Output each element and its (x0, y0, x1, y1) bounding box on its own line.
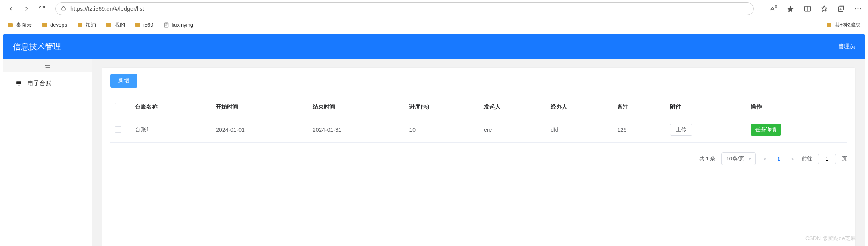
page-suffix: 页 (842, 155, 847, 162)
row-checkbox[interactable] (115, 126, 121, 133)
sidebar-item-ledger[interactable]: 电子台账 (3, 72, 92, 95)
cell-progress: 10 (404, 117, 479, 143)
add-button[interactable]: 新增 (110, 74, 137, 88)
refresh-button[interactable] (36, 3, 47, 14)
col-attachment: 附件 (665, 96, 746, 117)
monitor-icon (15, 80, 23, 86)
lock-icon (61, 6, 66, 12)
back-button[interactable] (6, 3, 17, 14)
cell-remark: 126 (612, 117, 665, 143)
pagination: 共 1 条 10条/页 < 1 > 前往 页 (110, 152, 847, 165)
address-bar[interactable]: https://tz.i569.cn/#/ledger/list (55, 2, 754, 15)
content-card: 新增 台账名称 开始时间 结束时间 进度(%) 发起人 经办人 备注 附件 操作 (102, 68, 855, 246)
prev-page-button[interactable]: < (762, 154, 770, 164)
task-detail-button[interactable]: 任务详情 (751, 124, 781, 136)
cell-end: 2024-01-31 (308, 117, 405, 143)
svg-point-4 (858, 8, 859, 10)
main-content: 新增 台账名称 开始时间 结束时间 进度(%) 发起人 经办人 备注 附件 操作 (92, 59, 865, 246)
svg-point-3 (855, 8, 856, 10)
sidebar-item-label: 电子台账 (27, 80, 51, 87)
upload-button[interactable]: 上传 (670, 124, 692, 136)
svg-rect-8 (18, 85, 20, 85)
forward-button[interactable] (21, 3, 32, 14)
bookmark-page[interactable]: liuxinying (163, 22, 193, 28)
col-name: 台账名称 (130, 96, 211, 117)
cell-handler: dfd (546, 117, 612, 143)
sidebar: 电子台账 (3, 59, 92, 246)
watermark: CSDN @蹦跶de芝麻 (805, 235, 856, 242)
app-body: 电子台账 新增 台账名称 开始时间 结束时间 进度(%) 发起人 经办人 备注 (3, 59, 865, 246)
col-remark: 备注 (612, 96, 665, 117)
app-title: 信息技术管理 (13, 41, 61, 52)
next-page-button[interactable]: > (788, 154, 796, 164)
col-action: 操作 (746, 96, 847, 117)
svg-rect-6 (164, 23, 168, 27)
browser-right-icons: )) (769, 4, 862, 13)
bookmark-folder[interactable]: 我的 (106, 21, 125, 29)
split-screen-icon[interactable] (803, 4, 812, 13)
col-start: 开始时间 (211, 96, 308, 117)
svg-point-5 (860, 8, 861, 10)
col-initiator: 发起人 (479, 96, 546, 117)
favorites-icon[interactable] (820, 4, 829, 13)
col-end: 结束时间 (308, 96, 405, 117)
svg-rect-0 (62, 8, 65, 10)
bookmark-folder[interactable]: 加油 (77, 21, 96, 29)
current-page[interactable]: 1 (775, 156, 782, 162)
read-aloud-icon[interactable]: )) (769, 4, 778, 13)
col-progress: 进度(%) (404, 96, 479, 117)
svg-rect-7 (16, 81, 21, 84)
cell-start: 2024-01-01 (211, 117, 308, 143)
table-header-row: 台账名称 开始时间 结束时间 进度(%) 发起人 经办人 备注 附件 操作 (110, 96, 847, 117)
bookmark-folder[interactable]: devops (41, 22, 67, 28)
sidebar-collapse-toggle[interactable] (3, 59, 92, 72)
col-handler: 经办人 (546, 96, 612, 117)
collections-icon[interactable] (837, 4, 845, 13)
other-bookmarks[interactable]: 其他收藏夹 (826, 21, 861, 29)
select-all-checkbox[interactable] (115, 103, 121, 109)
cell-initiator: ere (479, 117, 546, 143)
cell-name: 台账1 (130, 117, 211, 143)
url-text: https://tz.i569.cn/#/ledger/list (70, 6, 749, 12)
bookmarks-bar: 桌面云 devops 加油 我的 i569 liuxinying 其他收藏夹 (0, 18, 868, 32)
app-header: 信息技术管理 管理员 (3, 34, 865, 59)
ledger-table: 台账名称 开始时间 结束时间 进度(%) 发起人 经办人 备注 附件 操作 台 (110, 96, 847, 143)
goto-page-input[interactable] (818, 154, 836, 164)
admin-label[interactable]: 管理员 (838, 43, 855, 50)
goto-label: 前往 (802, 155, 812, 162)
favorite-star-icon[interactable] (786, 4, 795, 13)
bookmark-folder[interactable]: 桌面云 (7, 21, 32, 29)
page-size-select[interactable]: 10条/页 (721, 152, 756, 165)
browser-toolbar: https://tz.i569.cn/#/ledger/list )) (0, 0, 868, 18)
table-row: 台账1 2024-01-01 2024-01-31 10 ere dfd 126… (110, 117, 847, 143)
more-icon[interactable] (854, 4, 862, 13)
pagination-total: 共 1 条 (699, 155, 715, 162)
bookmark-folder[interactable]: i569 (135, 22, 154, 28)
